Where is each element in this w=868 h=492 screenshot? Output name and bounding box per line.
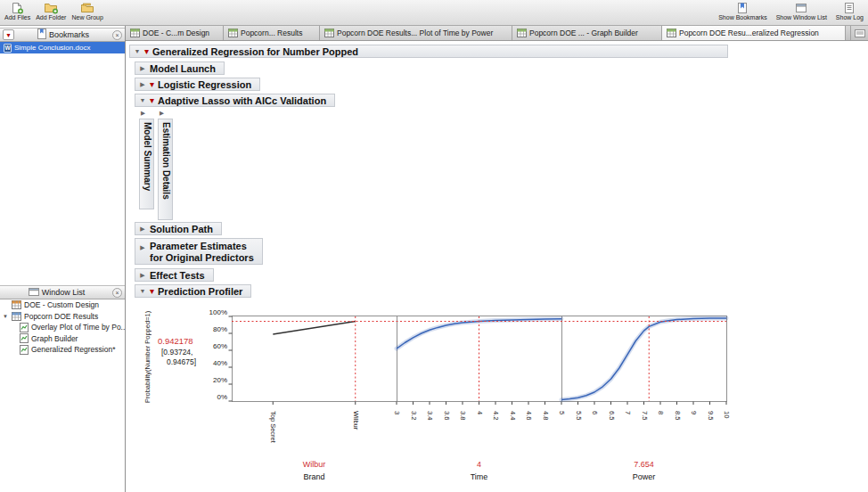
new-group-icon xyxy=(80,1,94,14)
window-list-item-doe-custom-design[interactable]: DOE - Custom Design xyxy=(0,299,125,311)
add-files-icon xyxy=(11,1,24,14)
y-axis-label: Probability(Number Popped=1) xyxy=(143,306,151,408)
disclosure-collapsed-icon[interactable]: ▶ xyxy=(139,272,146,279)
factor-name-power: Power xyxy=(561,472,726,481)
outline-title: Effect Tests xyxy=(150,270,205,281)
x-axis-tick-label: 9 xyxy=(690,411,697,414)
x-axis-tick-label: 5.5 xyxy=(575,411,582,420)
add-files-button[interactable]: Add Files xyxy=(4,1,30,21)
x-axis-tick-label: 4.6 xyxy=(525,411,532,420)
window-list-item-graph-builder[interactable]: Graph Builder xyxy=(0,333,125,345)
outline-model-launch[interactable]: ▶ Model Launch xyxy=(135,62,225,75)
tab-overlay-plot[interactable]: Popcorn DOE Results... Plot of Time by P… xyxy=(320,26,512,40)
report-icon xyxy=(20,323,29,332)
show-bookmarks-button[interactable]: Show Bookmarks xyxy=(718,1,766,21)
x-axis-tick-labels: Top SecretWilbur33.23.43.63.844.24.44.64… xyxy=(232,411,726,464)
outline-parameter-estimates[interactable]: ▶ Parameter Estimates for Original Predi… xyxy=(135,238,263,265)
outline-adaptive-lasso[interactable]: ▼ ▾ Adaptive Lasso with AICc Validation xyxy=(135,94,335,107)
outline-title: Model Launch xyxy=(150,63,216,74)
bookmark-item-label: Simple Conclusion.docx xyxy=(14,44,90,52)
outline-title: Logistic Regression xyxy=(158,79,251,90)
red-triangle-menu-icon[interactable]: ▾ xyxy=(150,288,154,295)
x-axis-tick-label: 8 xyxy=(657,411,664,414)
disclosure-collapsed-icon[interactable]: ▶ xyxy=(139,65,146,72)
current-value-power[interactable]: 7.654 xyxy=(561,460,726,469)
tab-generalized-regression[interactable]: Popcorn DOE Resu...eralized Regression xyxy=(662,26,846,40)
close-window-list-icon[interactable]: × xyxy=(112,288,122,298)
predicted-value: 0.942178 xyxy=(158,336,193,346)
window-list-item-label: Generalized Regression* xyxy=(31,345,116,354)
toolbar-button-label: New Group xyxy=(71,14,102,21)
disclosure-collapsed-icon[interactable]: ▶ xyxy=(139,244,146,251)
bookmark-item-simple-conclusion[interactable]: W Simple Conclusion.docx xyxy=(0,42,125,53)
outline-title: Prediction Profiler xyxy=(158,286,242,297)
window-list-item-label: Popcorn DOE Results xyxy=(24,312,98,321)
toolbar-button-label: Show Log xyxy=(836,14,864,21)
show-window-list-button[interactable]: Show Window List xyxy=(776,1,827,21)
outline-logistic-regression[interactable]: ▶ ▾ Logistic Regression xyxy=(135,78,260,91)
y-tick-label: 40% xyxy=(197,359,227,367)
show-log-button[interactable]: Show Log xyxy=(836,1,864,21)
toolbar-right-group: Show Bookmarks Show Window List Show Log xyxy=(718,1,864,21)
overlay-plot-icon xyxy=(324,29,334,37)
window-list-item-generalized-regression[interactable]: Generalized Regression* xyxy=(0,344,125,356)
report-area: ▼ ▾ Generalized Regression for Number Po… xyxy=(126,41,868,492)
y-tick-label: 20% xyxy=(197,376,227,384)
disclosure-expanded-icon[interactable]: ▼ xyxy=(139,97,146,103)
confidence-interval-low: [0.93724, xyxy=(161,348,192,357)
window-list-icon xyxy=(29,284,39,300)
jmp-home-window: Add Files Add Folder New Group Show B xyxy=(0,0,868,492)
outline-title: Generalized Regression for Number Popped xyxy=(152,46,358,57)
data-table-icon xyxy=(228,29,238,37)
disclosure-expanded-icon[interactable]: ▼ xyxy=(3,314,9,319)
x-axis-tick-label: 3.4 xyxy=(426,411,433,420)
outline-vertical-model-summary[interactable]: Model Summary xyxy=(139,119,154,209)
disclosure-collapsed-icon[interactable]: ▶ xyxy=(139,226,146,233)
tab-label: Popcorn DOE ... - Graph Builder xyxy=(529,29,638,37)
disclosure-expanded-icon[interactable]: ▼ xyxy=(139,288,146,294)
profiler-plot[interactable] xyxy=(232,306,726,408)
disclosure-expanded-icon[interactable]: ▼ xyxy=(134,48,141,54)
window-list-item-popcorn-doe-results[interactable]: ▼ Popcorn DOE Results xyxy=(0,311,125,323)
tab-list-button[interactable] xyxy=(850,26,868,40)
new-group-button[interactable]: New Group xyxy=(71,1,102,21)
outline-solution-path[interactable]: ▶ Solution Path xyxy=(135,222,222,235)
window-list-item-overlay-plot[interactable]: Overlay Plot of Time by Po... xyxy=(0,322,125,333)
x-axis-tick-label: 7 xyxy=(624,411,631,414)
tab-popcorn-results[interactable]: Popcorn... Results xyxy=(224,26,320,40)
x-axis-tick-label: 6 xyxy=(591,411,598,414)
disclosure-collapsed-icon[interactable]: ▶ xyxy=(160,110,164,117)
outline-effect-tests[interactable]: ▶ Effect Tests xyxy=(135,268,214,282)
sidebar: ▾ Bookmarks × W Simple Conclusion.docx W… xyxy=(0,26,126,492)
x-axis-tick-label: 5 xyxy=(558,411,565,414)
red-triangle-menu-icon[interactable]: ▾ xyxy=(150,81,154,88)
factor-name-time: Time xyxy=(397,472,561,481)
current-value-time[interactable]: 4 xyxy=(397,460,561,469)
outline-prediction-profiler[interactable]: ▼ ▾ Prediction Profiler xyxy=(135,284,251,298)
show-log-icon xyxy=(844,1,855,14)
report-icon xyxy=(20,333,29,343)
window-list-item-label: DOE - Custom Design xyxy=(24,300,99,309)
x-axis-tick-label: 4.2 xyxy=(492,411,499,420)
tab-graph-builder[interactable]: Popcorn DOE ... - Graph Builder xyxy=(512,26,662,40)
data-table-icon xyxy=(12,312,21,321)
confidence-interval-high: 0.94675] xyxy=(167,357,196,366)
window-list-panel-title: Window List xyxy=(42,288,86,297)
add-folder-button[interactable]: Add Folder xyxy=(36,1,66,21)
close-bookmarks-icon[interactable]: × xyxy=(112,30,122,40)
outline-vertical-estimation-details[interactable]: Estimation Details xyxy=(158,119,173,220)
current-value-brand[interactable]: Wilbur xyxy=(232,460,397,469)
toolbar-button-label: Show Window List xyxy=(776,14,827,21)
red-triangle-menu-icon[interactable]: ▾ xyxy=(150,97,154,104)
bookmarks-panel-header: ▾ Bookmarks × xyxy=(0,28,125,42)
x-axis-tick-label: 8.5 xyxy=(674,411,681,420)
outline-generalized-regression[interactable]: ▼ ▾ Generalized Regression for Number Po… xyxy=(129,45,728,58)
disclosure-collapsed-icon[interactable]: ▶ xyxy=(141,110,145,117)
y-tick-label: 0% xyxy=(197,393,227,401)
disclosure-collapsed-icon[interactable]: ▶ xyxy=(139,81,146,88)
red-triangle-menu-icon[interactable]: ▾ xyxy=(144,48,149,55)
x-axis-tick-label: 9.5 xyxy=(707,411,714,420)
outline-title: Adaptive Lasso with AICc Validation xyxy=(158,95,326,106)
red-triangle-menu-button[interactable]: ▾ xyxy=(3,29,14,40)
tab-doe-custom-design[interactable]: DOE - C...m Design xyxy=(126,26,224,40)
